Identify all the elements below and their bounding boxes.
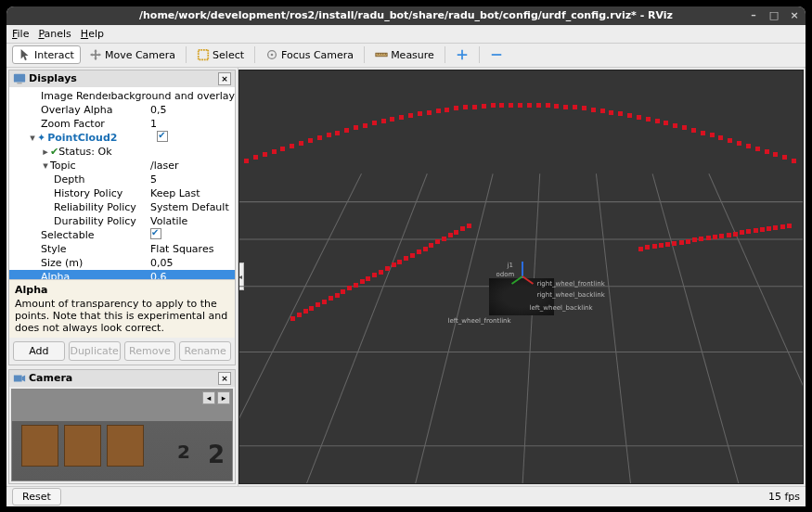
frame-label: right_wheel_frontlink — [537, 280, 605, 288]
prop-topic[interactable]: ▾Topic/laser — [9, 159, 235, 173]
svg-line-19 — [408, 173, 493, 484]
plus-tool-button[interactable] — [449, 45, 475, 64]
svg-line-22 — [652, 173, 746, 484]
move-camera-button[interactable]: Move Camera — [83, 45, 182, 64]
camera-nav-right[interactable]: ▸ — [217, 391, 230, 404]
3d-view[interactable]: ◂ j1 odom right_wheel_frontlink right_wh… — [238, 70, 804, 484]
frame-label: left_wheel_frontlink — [448, 317, 511, 325]
camera-scene-object — [107, 425, 144, 467]
measure-button[interactable]: Measure — [368, 45, 441, 64]
cursor-icon — [19, 48, 32, 61]
svg-rect-0 — [199, 50, 209, 60]
prop-style[interactable]: StyleFlat Squares — [9, 242, 235, 256]
displays-icon — [13, 72, 26, 85]
svg-line-23 — [709, 173, 803, 484]
desc-title: Alpha — [15, 284, 229, 296]
expand-icon[interactable]: ▾ — [28, 132, 37, 144]
displays-buttons: Add Duplicate Remove Rename — [9, 338, 235, 365]
window-title: /home/work/development/ros2/install/radu… — [139, 9, 673, 21]
prop-size-m[interactable]: Size (m)0,05 — [9, 256, 235, 270]
desc-body: Amount of transparency to apply to the p… — [15, 298, 229, 334]
prop-reliability-policy[interactable]: Reliability PolicySystem Default — [9, 200, 235, 214]
svg-point-2 — [271, 54, 274, 57]
camera-header[interactable]: Camera × — [9, 370, 235, 387]
camera-nav-left[interactable]: ◂ — [202, 391, 215, 404]
close-button[interactable]: × — [789, 10, 800, 21]
displays-header[interactable]: Displays × — [9, 70, 235, 87]
select-label: Select — [213, 49, 244, 61]
property-description: Alpha Amount of transparency to apply to… — [9, 279, 235, 338]
toolbar-separator — [254, 46, 255, 63]
focus-camera-label: Focus Camera — [281, 49, 354, 61]
toolbar-separator — [445, 46, 445, 63]
titlebar[interactable]: /home/work/development/ros2/install/radu… — [6, 6, 806, 25]
toolbar-separator — [186, 46, 187, 63]
camera-close-button[interactable]: × — [218, 372, 231, 385]
svg-rect-8 — [492, 54, 502, 56]
camera-icon — [13, 372, 26, 385]
displays-panel: Displays × Image Renderingbackground and… — [8, 70, 236, 365]
add-button[interactable]: Add — [13, 341, 65, 361]
prop-durability-policy[interactable]: Durability PolicyVolatile — [9, 214, 235, 228]
display-pointcloud2[interactable]: ▾✦PointCloud2 — [9, 131, 235, 145]
prop-overlay-alpha[interactable]: Overlay Alpha0,5 — [9, 103, 235, 117]
reset-button[interactable]: Reset — [12, 488, 61, 506]
svg-line-17 — [239, 173, 362, 484]
svg-rect-10 — [17, 83, 21, 83]
main-area: Displays × Image Renderingbackground and… — [6, 68, 806, 486]
camera-panel: Camera × 2 2 ◂ ▸ — [8, 369, 236, 484]
frame-label: left_wheel_backlink — [530, 304, 593, 312]
menu-panels[interactable]: Panels — [38, 28, 71, 40]
move-camera-icon — [89, 48, 102, 61]
expand-icon[interactable]: ▸ — [41, 146, 50, 158]
prop-status[interactable]: ▸✔ Status: Ok — [9, 145, 235, 159]
expand-icon[interactable]: ▾ — [41, 160, 50, 172]
svg-rect-11 — [14, 375, 22, 381]
prop-alpha[interactable]: Alpha0,6 — [9, 270, 235, 279]
toolbar: Interact Move Camera Select Focus Camera… — [6, 44, 806, 68]
interact-label: Interact — [34, 49, 74, 61]
window-controls: – □ × — [748, 6, 800, 25]
camera-scene-object — [21, 425, 58, 467]
svg-rect-9 — [14, 73, 25, 82]
camera-title: Camera — [29, 372, 72, 384]
camera-view[interactable]: 2 2 ◂ ▸ — [11, 389, 233, 481]
maximize-button[interactable]: □ — [768, 10, 780, 21]
duplicate-button: Duplicate — [69, 341, 121, 361]
svg-line-18 — [296, 173, 428, 484]
minimize-button[interactable]: – — [748, 10, 759, 21]
pointcloud2-checkbox[interactable] — [157, 131, 168, 142]
interact-button[interactable]: Interact — [12, 45, 81, 64]
rviz-window: /home/work/development/ros2/install/radu… — [6, 6, 806, 506]
measure-label: Measure — [391, 49, 434, 61]
displays-close-button[interactable]: × — [218, 72, 231, 85]
menu-help[interactable]: Help — [81, 28, 104, 40]
statusbar: Reset 15 fps — [6, 486, 806, 506]
prop-depth[interactable]: Depth5 — [9, 173, 235, 186]
plus-icon — [456, 48, 469, 61]
menubar: File Panels Help — [6, 25, 806, 44]
remove-button: Remove — [124, 341, 176, 361]
move-camera-label: Move Camera — [105, 49, 175, 61]
fps-label: 15 fps — [768, 491, 800, 503]
displays-tree[interactable]: Image Renderingbackground and overlay Ov… — [9, 87, 235, 279]
selectable-checkbox[interactable] — [150, 228, 161, 239]
toolbar-separator — [364, 46, 365, 63]
minus-tool-button[interactable] — [483, 45, 509, 64]
prop-history-policy[interactable]: History PolicyKeep Last — [9, 186, 235, 200]
prop-selectable[interactable]: Selectable — [9, 228, 235, 242]
rename-button: Rename — [179, 341, 231, 361]
focus-camera-button[interactable]: Focus Camera — [259, 45, 360, 64]
prop-zoom-factor[interactable]: Zoom Factor1 — [9, 117, 235, 131]
minus-icon — [490, 48, 503, 61]
left-pane: Displays × Image Renderingbackground and… — [6, 68, 238, 486]
measure-icon — [375, 48, 388, 61]
toolbar-separator — [479, 46, 480, 63]
camera-scene-text: 2 — [177, 441, 190, 463]
prop-image-rendering[interactable]: Image Renderingbackground and overlay — [9, 89, 235, 103]
camera-scene-text: 2 — [208, 441, 225, 468]
select-button[interactable]: Select — [190, 45, 251, 64]
svg-line-21 — [596, 173, 633, 484]
menu-file[interactable]: File — [12, 28, 29, 40]
camera-scene-object — [64, 425, 101, 467]
